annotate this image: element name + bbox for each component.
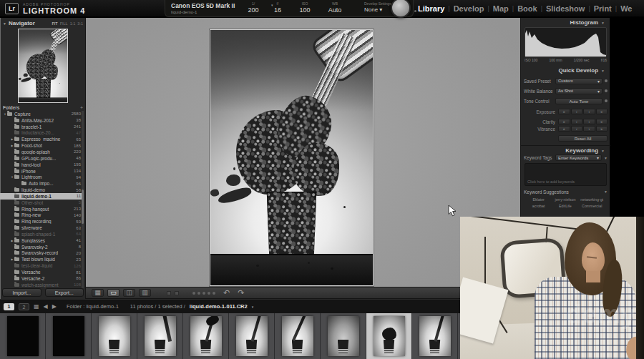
star-rating[interactable] (192, 292, 215, 295)
folder-row-gplogic-produ-[interactable]: GPLogic-produ...48 (0, 155, 83, 162)
folder-row-liquid-demo[interactable]: liquid-demo58 (0, 187, 83, 193)
import-button[interactable]: Import... (2, 288, 42, 297)
folder-row-ring-new[interactable]: Ring-new140 (0, 212, 83, 219)
zoom-option-fill[interactable]: FILL (60, 21, 68, 26)
folder-row-sunglasses[interactable]: ▶Sunglasses41 (0, 237, 83, 244)
stepper-segment-button[interactable]: › (583, 126, 595, 132)
rotate-right-icon[interactable]: ↷ (238, 289, 244, 297)
navigator-header[interactable]: ▼ Navigator FIT FILL 1:1 3:1 (3, 19, 83, 27)
stepper-segment-button[interactable]: « (558, 126, 570, 132)
filmstrip-cell[interactable] (229, 313, 275, 359)
survey-view-icon[interactable]: ▥ (139, 289, 151, 297)
white-balance-dropdown[interactable]: As Shot ▾ (555, 88, 602, 94)
filmstrip-cell[interactable] (92, 313, 137, 359)
folder-row-splash-shaped-1[interactable]: splash-shaped-164 (0, 231, 83, 237)
rating-dot-icon[interactable] (192, 292, 195, 295)
folder-row-espresso-machine[interactable]: ▶Espresso_machine65 (0, 136, 83, 142)
folder-row-iphone[interactable]: iPhone134 (0, 168, 83, 174)
folder-row-google-splash[interactable]: google-splash220 (0, 149, 83, 155)
auto-tone-button[interactable]: Auto Tone (555, 98, 602, 104)
module-tab-library[interactable]: Library (418, 4, 444, 13)
folder-row-ring-hangout[interactable]: Ring-hangout213 (0, 206, 83, 212)
stepper-segment-button[interactable]: › (583, 109, 595, 114)
rating-dot-icon[interactable] (203, 292, 205, 295)
stepper-segment-button[interactable]: ‹ (571, 109, 583, 114)
stepper-segment-button[interactable]: » (596, 119, 608, 124)
folder-row-bracelet-1[interactable]: bracelet-1241 (0, 124, 83, 130)
filmstrip-cell[interactable] (0, 313, 46, 359)
zoom-option-3-1[interactable]: 3:1 (77, 21, 83, 26)
folder-row-test-blown-liquid[interactable]: ▶Test blown liquid23 (0, 256, 83, 262)
folder-row-test-clear-liquid[interactable]: test-clear-liquid126 (0, 262, 83, 269)
reset-all-button[interactable]: Reset All (558, 135, 608, 142)
stepper-segment-button[interactable]: › (583, 119, 595, 124)
histogram-header[interactable]: Histogram ▼ (521, 19, 608, 26)
histogram-collapse-icon[interactable]: ▼ (601, 21, 605, 25)
folder-row-hand-tool[interactable]: hand-tool195 (0, 162, 83, 168)
histogram-graph[interactable] (525, 27, 607, 57)
stepper-segment-button[interactable]: « (558, 109, 570, 114)
flag-toggle2-icon[interactable] (175, 291, 179, 295)
stepper-segment-button[interactable]: « (558, 119, 570, 124)
rotate-left-icon[interactable]: ↶ (223, 289, 230, 297)
stepper-segment-button[interactable]: » (596, 109, 608, 114)
keyword-suggestion[interactable]: networking-gt (579, 197, 605, 203)
folder-row-ring-recording[interactable]: Ring recording59 (0, 218, 83, 225)
filmstrip-cell[interactable] (183, 313, 229, 359)
module-tab-print[interactable]: Print (594, 4, 612, 13)
keyword-tags-mode-dropdown[interactable]: Enter Keywords ▾ (555, 154, 602, 161)
module-tab-we[interactable]: We (620, 4, 632, 13)
folder-row-versache[interactable]: Versache81 (0, 269, 83, 275)
keyword-suggestion[interactable]: Commercial (579, 203, 605, 210)
collapse-triangle-icon[interactable]: ▼ (3, 21, 6, 26)
suggestions-collapse-icon[interactable]: ▼ (604, 190, 608, 194)
folder-row-capture[interactable]: ▼Capture2580 (0, 111, 83, 117)
navigator-preview[interactable] (18, 29, 68, 103)
module-tab-map[interactable]: Map (493, 4, 509, 13)
folder-row-swarovsky-record[interactable]: Swarovsky-record20 (0, 250, 83, 257)
main-photo[interactable] (210, 29, 374, 286)
second-screen-button[interactable]: 2 (19, 303, 29, 310)
folder-row-inductance-20-[interactable]: Inductance-20...47 (0, 130, 83, 137)
add-folder-icon[interactable]: + (80, 105, 83, 110)
filmstrip-source-label[interactable]: Folder : liquid-demo-1 (67, 303, 119, 310)
filmstrip-cell[interactable] (275, 313, 321, 359)
grid-shortcut-icon[interactable]: ▦ (34, 304, 39, 310)
keyword-suggestion[interactable]: Eklater (525, 197, 552, 203)
folder-row-other-shot[interactable]: Other-shot5 (0, 200, 83, 206)
folder-row-liquid-demo-1[interactable]: liquid-demo-111 (0, 193, 83, 200)
folder-row-anita-may-2012[interactable]: Anita-May-201238 (0, 117, 83, 124)
export-button[interactable]: Export... (45, 288, 84, 297)
saved-preset-dropdown[interactable]: Custom ▾ (555, 78, 602, 84)
zoom-option-1-1[interactable]: 1:1 (70, 21, 76, 26)
folder-scrollbar-thumb[interactable] (82, 190, 84, 224)
filmstrip-cell[interactable] (46, 313, 92, 359)
main-screen-button[interactable]: 1 (4, 303, 14, 310)
folder-row-lightroom[interactable]: ▼Lightroom94 (0, 174, 83, 180)
folder-row-silverware[interactable]: silverware63 (0, 225, 83, 231)
keyword-suggestions-header[interactable]: Keyword Suggestions ▼ (524, 188, 608, 195)
folder-row-auto-impo-[interactable]: Auto Impo...96 (0, 180, 83, 187)
keyword-suggestion[interactable]: acrobat (525, 203, 552, 210)
flag-toggle-icon[interactable] (167, 291, 171, 295)
next-image-icon[interactable]: ▶ (52, 304, 57, 310)
stepper-segment-button[interactable]: ‹ (571, 126, 583, 132)
folder-row-swarovsky-2[interactable]: Swarovsky-28 (0, 244, 83, 250)
filmstrip-cell[interactable] (137, 313, 183, 359)
grid-view-icon[interactable]: ▦ (92, 289, 104, 297)
filmstrip-cell-selected[interactable] (366, 313, 412, 359)
stepper-segment-button[interactable]: » (596, 126, 608, 132)
panel-switch-icon[interactable] (605, 99, 608, 102)
filmstrip-filename[interactable]: liquid-demo-1-011.CR2 (190, 303, 248, 310)
zoom-option-fit[interactable]: FIT (52, 21, 57, 26)
camera-name[interactable]: Canon EOS 5D Mark II (171, 2, 235, 9)
module-tab-slideshow[interactable]: Slideshow (546, 4, 585, 13)
quick-develop-collapse-icon[interactable]: ▼ (601, 69, 605, 73)
quick-develop-header[interactable]: Quick Develop ▼ (521, 67, 608, 74)
module-tab-develop[interactable]: Develop (454, 4, 484, 13)
keyword-caret-icon[interactable]: ▼ (604, 156, 608, 160)
folder-row-watch-assignment[interactable]: watch-assignment108 (0, 282, 83, 288)
develop-settings[interactable]: Develop Settings None ▾ (364, 1, 391, 13)
panel-switch-icon[interactable] (605, 89, 608, 92)
folder-row-versache-2[interactable]: Versache-286 (0, 275, 83, 282)
